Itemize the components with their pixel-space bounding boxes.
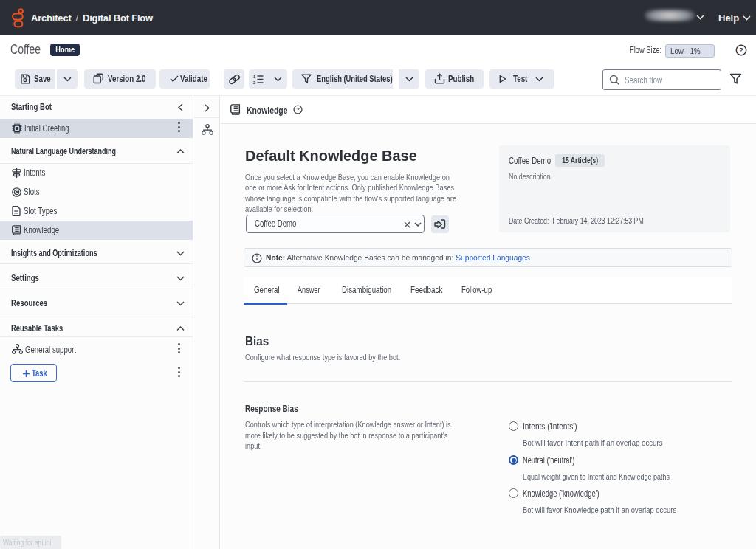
svg-text:1: 1 bbox=[253, 75, 255, 79]
svg-text:2: 2 bbox=[253, 80, 255, 84]
svg-text:?: ? bbox=[739, 46, 743, 54]
svg-text:?: ? bbox=[296, 106, 300, 113]
